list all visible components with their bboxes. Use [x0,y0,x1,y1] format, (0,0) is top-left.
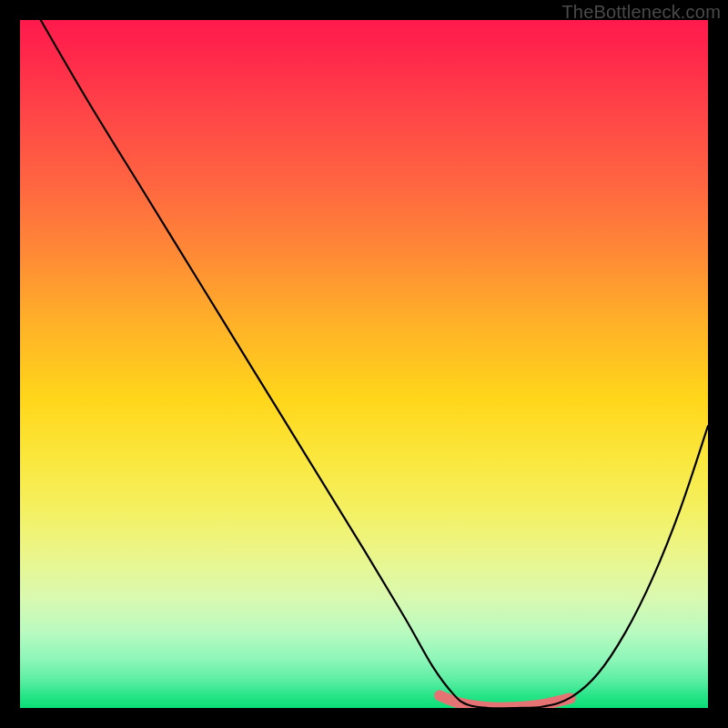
chart-plot-area [20,20,708,708]
main-curve [41,20,708,708]
watermark-text: TheBottleneck.com [561,2,721,23]
chart-svg [20,20,708,708]
